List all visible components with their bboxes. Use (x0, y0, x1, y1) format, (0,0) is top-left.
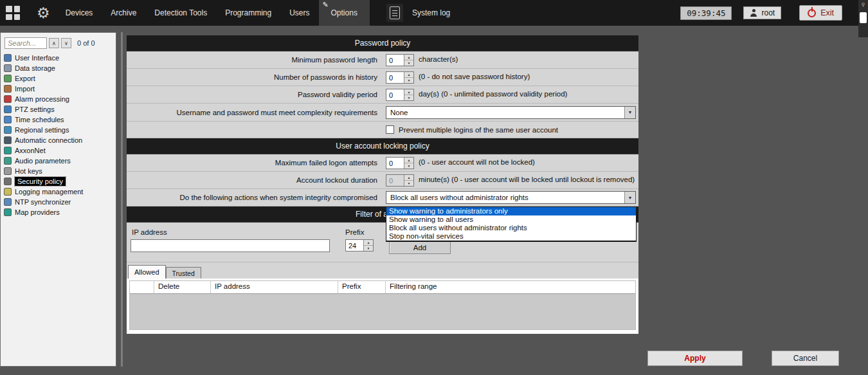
dropdown-option-show-warning-all[interactable]: Show warning to all users (386, 215, 636, 224)
sidebar-item-logging-management[interactable]: Logging management (1, 187, 116, 197)
tab-trusted[interactable]: Trusted (166, 267, 201, 279)
sidebar-item-alarm-processing[interactable]: Alarm processing (1, 94, 116, 104)
spinner-value[interactable]: 0 (386, 55, 404, 66)
dropdown-option-block-users[interactable]: Block all users without administrator ri… (386, 224, 636, 232)
topbar-right-cluster: 09:39:45 root Exit (680, 5, 842, 21)
sidebar-item-export[interactable]: Export (1, 73, 116, 84)
minimum-password-length-row: Minimum password length 0 ▲ ▼ character(… (127, 51, 638, 69)
ip-address-input[interactable] (131, 239, 330, 252)
sidebar-item-data-storage[interactable]: Data storage (1, 63, 116, 73)
current-user-badge[interactable]: root (743, 6, 781, 19)
search-next-button[interactable]: ∨ (61, 38, 71, 48)
spinner-up-icon: ▲ (404, 175, 413, 181)
sidebar-item-label: Import (15, 85, 35, 93)
spinner-down-icon[interactable]: ▼ (364, 246, 373, 251)
sidebar-item-ptz-settings[interactable]: PTZ settings (1, 104, 116, 114)
exit-button[interactable]: Exit (799, 5, 842, 21)
apply-button[interactable]: Apply (647, 351, 743, 366)
spinner-up-icon[interactable]: ▲ (404, 72, 413, 78)
prefix-label: Prefix (345, 228, 364, 236)
menu-item-options[interactable]: ✎ Options (319, 0, 370, 26)
spinner-value[interactable]: 0 (386, 72, 404, 83)
dropdown-option-show-warning-admins[interactable]: Show warning to administrators only (386, 207, 636, 215)
sidebar-item-automatic-connection[interactable]: Automatic connection (1, 135, 116, 145)
connection-icon (4, 136, 12, 144)
spinner-up-icon[interactable]: ▲ (404, 89, 413, 95)
complexity-dropdown[interactable]: None ▼ (386, 106, 636, 119)
max-failed-attempts-spinner[interactable]: 0 ▲ ▼ (386, 157, 414, 169)
sidebar-search-row: ∧ ∨ 0 of 0 (1, 36, 116, 53)
scrollbar-thumb[interactable] (860, 12, 867, 23)
setting-suffix: character(s) (419, 55, 458, 64)
account-lockout-duration-row: Account lockout duration 0 ▲ ▼ minute(s)… (127, 172, 638, 189)
spinner-up-icon[interactable]: ▲ (404, 55, 413, 60)
password-history-spinner[interactable]: 0 ▲ ▼ (386, 71, 414, 84)
spinner-value[interactable]: 24 (346, 240, 363, 251)
min-password-length-spinner[interactable]: 0 ▲ ▼ (386, 54, 414, 66)
sidebar-item-import[interactable]: Import (1, 84, 116, 94)
top-menu-bar: ⚙ Devices Archive Detection Tools Progra… (0, 0, 868, 26)
sidebar-item-map-providers[interactable]: Map providers (1, 207, 116, 217)
spinner-down-icon[interactable]: ▼ (404, 78, 413, 83)
checkbox-label: Prevent multiple logins of the same user… (399, 126, 558, 134)
pencil-icon: ✎ (323, 1, 329, 9)
sidebar-item-user-interface[interactable]: User Interface (1, 53, 116, 63)
sidebar-item-label: User Interface (15, 54, 59, 62)
integrity-action-dropdown[interactable]: Block all users without administrator ri… (386, 191, 636, 204)
setting-label: Minimum password length (127, 56, 383, 64)
prefix-spinner[interactable]: 24 ▲ ▼ (345, 239, 374, 252)
spinner-value[interactable]: 0 (386, 158, 404, 169)
search-input[interactable] (5, 37, 47, 49)
search-prev-button[interactable]: ∧ (49, 38, 59, 48)
menu-item-archive[interactable]: Archive (102, 0, 145, 26)
password-validity-row: Password validity period 0 ▲ ▼ day(s) (0… (127, 86, 638, 104)
log-icon (4, 188, 12, 196)
table-header-prefix: Prefix (338, 281, 386, 293)
spinner-down-icon[interactable]: ▼ (404, 60, 413, 66)
sidebar-item-axxonnet[interactable]: AxxonNet (1, 145, 116, 156)
keyboard-icon (4, 167, 12, 175)
menu-item-users[interactable]: Users (280, 0, 318, 26)
sidebar-item-regional-settings[interactable]: Regional settings (1, 125, 116, 135)
menu-item-devices[interactable]: Devices (57, 0, 102, 26)
chevron-down-icon[interactable]: ▼ (624, 192, 635, 203)
sidebar-item-label: Data storage (15, 64, 55, 72)
sidebar-item-time-schedules[interactable]: Time schedules (1, 114, 116, 125)
sidebar-item-ntp-synchronizer[interactable]: NTP synchronizer (1, 197, 116, 207)
add-button[interactable]: Add (389, 241, 451, 254)
menu-item-programming[interactable]: Programming (216, 0, 280, 26)
cancel-button[interactable]: Cancel (772, 351, 839, 366)
spinner-down-icon[interactable]: ▼ (404, 95, 413, 100)
menu-item-system-log[interactable]: System log (403, 0, 459, 26)
spinner-up-icon[interactable]: ▲ (404, 158, 413, 163)
chevron-down-icon[interactable]: ▼ (624, 107, 635, 118)
sidebar-splitter[interactable] (121, 32, 123, 367)
sidebar-item-hot-keys[interactable]: Hot keys (1, 166, 116, 176)
ip-filter-table-panel: Delete IP address Prefix Filtering range (127, 279, 638, 334)
dropdown-option-stop-services[interactable]: Stop non-vital services (386, 232, 636, 241)
sidebar-item-label: NTP synchronizer (15, 198, 71, 206)
spinner-down-icon: ▼ (404, 181, 413, 186)
menu-item-detection-tools[interactable]: Detection Tools (145, 0, 216, 26)
sidebar-item-security-policy[interactable]: Security policy (1, 176, 116, 187)
gear-icon[interactable]: ⚙ (37, 6, 50, 21)
sidebar-item-label: Regional settings (15, 126, 69, 134)
max-failed-logon-row: Maximum failed logon attempts 0 ▲ ▼ (0 -… (127, 154, 638, 172)
export-icon (4, 75, 12, 82)
apps-grid-icon[interactable] (6, 6, 20, 20)
spinner-value[interactable]: 0 (386, 89, 404, 100)
spinner-up-icon[interactable]: ▲ (364, 240, 373, 246)
sidebar-item-label: Map providers (15, 208, 60, 216)
system-log-tile[interactable] (386, 4, 403, 22)
sidebar-item-label: AxxonNet (15, 147, 46, 154)
sidebar-item-label: Automatic connection (15, 136, 82, 144)
table-header-delete: Delete (154, 281, 211, 293)
clock-icon (4, 116, 12, 123)
tab-allowed[interactable]: Allowed (128, 265, 166, 279)
password-validity-spinner[interactable]: 0 ▲ ▼ (386, 89, 414, 101)
prevent-multiple-logins-checkbox[interactable] (386, 125, 394, 134)
sidebar-item-audio-parameters[interactable]: Audio parameters (1, 156, 116, 166)
dropdown-value: None (386, 109, 624, 116)
spinner-down-icon[interactable]: ▼ (404, 163, 413, 169)
ntp-clock-icon (4, 198, 12, 206)
